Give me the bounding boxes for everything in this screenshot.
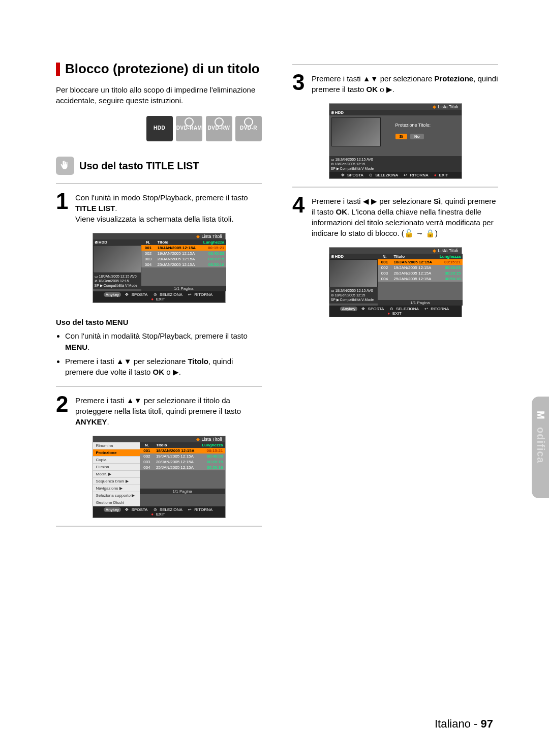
badge-dvdr: DVD-R	[235, 116, 262, 141]
osd-protection-dialog: Lista Titoli ⎚ HDD Protezione Titolo: Sì…	[329, 104, 462, 178]
protection-label: Protezione Titolo:	[395, 123, 431, 128]
step-3: 3 Premere i tasti ▲▼ per selezionare Pro…	[292, 73, 498, 95]
page-footer: Italiano - 97	[435, 717, 493, 731]
section-intro: Per bloccare un titolo allo scopo di imp…	[56, 84, 262, 106]
step-4: 4 Premere i tasti ◀ ▶ per selezionare Sì…	[292, 196, 498, 238]
media-badges: HDD DVD-RAM DVD-RW DVD-R	[56, 116, 262, 141]
subheading: Uso del tasto TITLE LIST	[79, 160, 199, 172]
preview-thumb	[331, 117, 381, 146]
menu-bullets: Con l'unità in modalità Stop/Playback, p…	[56, 330, 262, 378]
heading-bar	[56, 63, 60, 76]
badge-dvdram: DVD-RAM	[176, 116, 202, 141]
osd-title-list: Lista Titoli ⎚ HDD ▭ 18/JAN/2005 12:15 A…	[93, 233, 225, 303]
section-tab: Modifica	[532, 397, 549, 498]
preview-thumb	[93, 245, 141, 273]
menu-subheading: Uso del tasto MENU	[56, 318, 262, 326]
lock-icon-transition	[402, 228, 438, 238]
protection-no-button[interactable]: No	[410, 134, 424, 139]
step-number: 1	[56, 191, 71, 224]
hand-icon	[56, 157, 74, 175]
section-heading: Blocco (protezione) di un titolo	[56, 61, 262, 77]
protection-yes-button[interactable]: Sì	[395, 134, 408, 139]
step-2: 2 Premere i tasti ▲▼ per selezionare il …	[56, 395, 262, 427]
step-1: 1 Con l'unità in modo Stop/Playback, pre…	[56, 192, 262, 224]
badge-hdd: HDD	[146, 116, 173, 141]
osd-anykey-menu: Lista Titoli Rinomina Protezione Copia E…	[93, 436, 225, 518]
osd-title-list-after: Lista Titoli ⎚ HDD ▭ 18/JAN/2005 12:15 A…	[329, 248, 462, 317]
badge-dvdrw: DVD-RW	[206, 116, 232, 141]
heading-text: Blocco (protezione) di un titolo	[65, 61, 260, 77]
